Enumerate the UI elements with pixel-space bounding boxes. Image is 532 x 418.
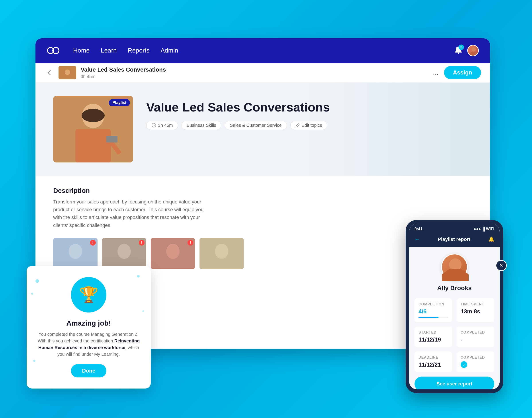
description-heading: Description: [53, 187, 472, 194]
course-thumbnail-sub: [58, 66, 76, 79]
nav-reports[interactable]: Reports: [128, 47, 150, 54]
progress-fill: [418, 317, 439, 318]
assign-button[interactable]: Assign: [444, 66, 481, 79]
phone-header: ← Playlist report 🔔: [409, 233, 500, 247]
trophy-icon: 🏆: [79, 286, 98, 304]
started-value: 11/12/19: [418, 336, 448, 343]
phone-time: 9:41: [415, 227, 423, 231]
achievement-text: You completed the course Managing Genera…: [35, 331, 142, 358]
phone-stat-started: STARTED 11/12/19: [415, 326, 452, 347]
svg-rect-8: [75, 129, 111, 163]
completed-check-icon: ✓: [461, 361, 467, 368]
sub-header-actions: ... Assign: [430, 66, 481, 79]
phone-stat-time: TIME SPENT 13m 8s: [457, 298, 494, 322]
svg-point-20: [215, 244, 228, 259]
course-card-3[interactable]: !: [151, 238, 195, 269]
started-label: STARTED: [418, 330, 448, 335]
achievement-title: Amazing job!: [35, 319, 142, 327]
phone-stat-completion: COMPLETION 4/6: [415, 298, 452, 322]
deadline-label: DEADLINE: [418, 356, 448, 360]
bell-button[interactable]: 2: [454, 46, 463, 55]
svg-point-18: [166, 244, 180, 259]
phone-user-avatar: [441, 254, 468, 280]
course-card-2[interactable]: !: [102, 238, 146, 269]
nav-admin[interactable]: Admin: [161, 47, 178, 54]
deadline-value: 11/12/21: [418, 361, 448, 368]
achievement-popup: 🏆 Amazing job! You completed the course …: [27, 266, 151, 389]
done-button[interactable]: Done: [71, 364, 106, 377]
course-duration-sub: 3h 45m: [81, 74, 426, 79]
phone-stat-deadline: DEADLINE 11/12/21: [415, 351, 452, 372]
see-user-report-button[interactable]: See user report: [415, 377, 494, 389]
nav-logo: [46, 46, 60, 55]
phone-content: Ally Brooks COMPLETION 4/6 TIME SPENT: [409, 247, 500, 389]
edit-topics-button[interactable]: Edit topics: [290, 121, 327, 130]
phone-back-button[interactable]: ←: [415, 236, 420, 243]
phone-stats-grid: COMPLETION 4/6 TIME SPENT 13m 8s STARTED: [415, 298, 494, 372]
hero-tag-sales: Sales & Customer Service: [225, 121, 287, 130]
user-avatar-nav[interactable]: [467, 45, 479, 56]
course-badge-3: !: [187, 240, 193, 245]
svg-point-14: [69, 244, 82, 259]
time-label: TIME SPENT: [461, 302, 490, 306]
hero-tag-business: Business Skills: [182, 121, 221, 130]
phone-signal: ●●● ▐ WiFi: [474, 227, 494, 231]
nav-home[interactable]: Home: [73, 47, 90, 54]
phone-user-name: Ally Brooks: [437, 285, 472, 292]
sub-header: Value Led Sales Conversations 3h 45m ...…: [35, 63, 490, 83]
phone-header-title: Playlist report: [423, 236, 485, 242]
svg-point-9: [81, 109, 105, 122]
phone-bell-icon: 🔔: [488, 236, 494, 242]
course-info-sub: Value Led Sales Conversations 3h 45m: [81, 66, 426, 79]
phone-mockup: 9:41 ●●● ▐ WiFi ← Playlist report 🔔 Al: [406, 220, 503, 393]
hero-section: Playlist Value Led Sales Conversations 3…: [35, 83, 490, 176]
completion-value: 4/6: [418, 308, 448, 315]
svg-rect-11: [106, 136, 117, 142]
hero-bg: [357, 83, 490, 176]
course-card-4[interactable]: [199, 238, 244, 269]
time-value: 13m 8s: [461, 308, 490, 315]
back-button[interactable]: [44, 68, 54, 78]
svg-point-2: [458, 53, 459, 54]
course-card-1[interactable]: !: [53, 238, 98, 269]
phone-stat-completed-check: COMPLETED ✓: [457, 351, 494, 372]
svg-point-5: [65, 70, 70, 75]
nav-learn[interactable]: Learn: [101, 47, 117, 54]
course-title-sub: Value Led Sales Conversations: [81, 66, 426, 73]
description-body: Transform your sales approach by focusin…: [53, 198, 208, 229]
completion-label: COMPLETION: [418, 302, 448, 306]
trophy-circle: 🏆: [71, 277, 106, 313]
course-badge-1: !: [90, 240, 96, 245]
more-options-button[interactable]: ...: [430, 67, 440, 78]
phone-stat-completed-top: COMPLETED -: [457, 326, 494, 347]
phone-status-bar: 9:41 ●●● ▐ WiFi: [409, 224, 500, 233]
completion-progress: [418, 317, 448, 318]
hero-tag-duration: 3h 45m: [146, 121, 178, 130]
completed-top-label: COMPLETED: [461, 330, 490, 335]
svg-point-3: [472, 47, 476, 52]
completed-check-label: COMPLETED: [461, 356, 490, 360]
svg-point-16: [117, 244, 131, 259]
course-badge-2: !: [139, 240, 145, 245]
bell-badge: 2: [459, 45, 464, 50]
navbar: Home Learn Reports Admin 2: [35, 38, 490, 63]
nav-links: Home Learn Reports Admin: [73, 47, 454, 54]
playlist-thumbnail: Playlist: [53, 96, 133, 163]
phone-inner: 9:41 ●●● ▐ WiFi ← Playlist report 🔔 Al: [409, 224, 500, 389]
nav-right: 2: [454, 45, 479, 56]
completed-top-value: -: [461, 336, 490, 343]
phone-close-button[interactable]: ✕: [496, 260, 507, 271]
playlist-badge: Playlist: [109, 99, 130, 106]
